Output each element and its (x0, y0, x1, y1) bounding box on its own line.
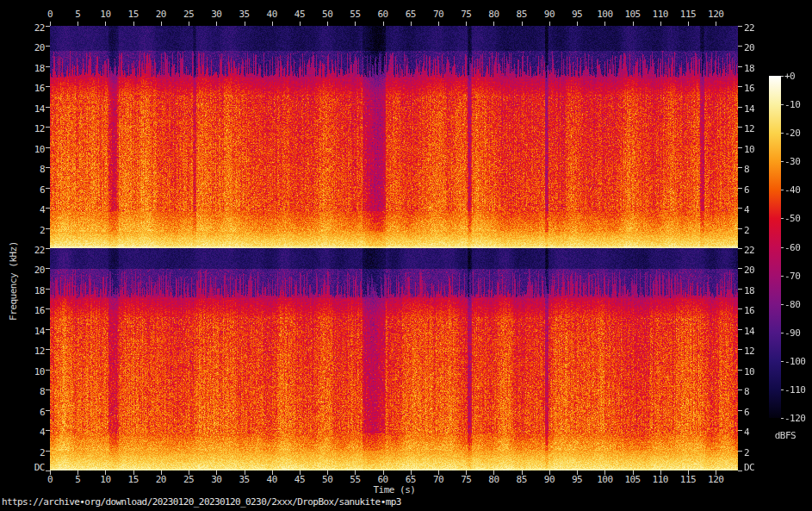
freq-tick-right (738, 268, 742, 269)
freq-tick-right (738, 410, 742, 411)
time-tick-label-bottom: 10 (100, 475, 110, 485)
time-tick-top (272, 22, 273, 26)
freq-tick-left (46, 66, 50, 67)
time-tick-top (50, 22, 51, 26)
freq-dc-label-left: DC (2, 463, 45, 473)
time-tick-label-top: 80 (488, 9, 499, 20)
colorbar-tick (781, 190, 784, 190)
colorbar-tick-label: -120 (784, 414, 812, 424)
source-url-text: https://archive•org/download/20230120_20… (2, 496, 401, 508)
colorbar-tick-label: -60 (784, 243, 812, 253)
freq-tick-left (46, 208, 50, 209)
colorbar-tick (781, 333, 784, 333)
freq-tick-left (46, 451, 50, 452)
colorbar-tick (781, 104, 784, 105)
time-tick-label-top: 100 (597, 9, 612, 20)
freq-tick-left (46, 46, 50, 47)
freq-tick-right (738, 208, 742, 209)
time-tick-top (688, 22, 689, 26)
colorbar-tick (781, 304, 784, 305)
freq-tick-right (738, 451, 742, 452)
freq-tick-right (738, 167, 742, 168)
time-tick-label-top: 65 (406, 9, 416, 20)
time-tick-label-bottom: 110 (653, 475, 668, 485)
colorbar-tick (781, 133, 784, 134)
time-tick-label-bottom: 105 (624, 475, 640, 485)
colorbar-tick (781, 389, 784, 390)
freq-tick-left (46, 289, 50, 290)
colorbar-tick-label: +0 (784, 72, 812, 82)
time-tick-top (438, 22, 439, 26)
time-tick-top (466, 22, 467, 26)
freq-tick-label-right: 18 (744, 64, 773, 74)
freq-tick-right (738, 289, 742, 290)
time-tick-label-bottom: 15 (128, 475, 139, 485)
freq-tick-left (46, 248, 50, 249)
freq-dc-tick-right (738, 470, 742, 471)
freq-tick-label-left: 16 (2, 84, 45, 94)
time-tick-label-bottom: 40 (267, 475, 277, 485)
freq-dc-tick-left (46, 470, 50, 471)
freq-tick-right (738, 430, 742, 431)
freq-tick-left (46, 107, 50, 108)
time-tick-top (411, 22, 412, 26)
freq-tick-right (738, 188, 742, 189)
time-tick-top (716, 22, 716, 26)
time-tick-label-top: 10 (100, 9, 110, 20)
time-tick-label-top: 120 (708, 9, 723, 20)
time-tick-label-top: 45 (294, 9, 305, 20)
colorbar-tick-label: -80 (784, 300, 812, 310)
colorbar-tick-label: -30 (784, 157, 812, 167)
colorbar-tick (781, 161, 784, 162)
freq-tick-right (738, 127, 742, 128)
time-tick-label-bottom: 80 (488, 475, 499, 485)
time-tick-top (577, 22, 578, 26)
time-tick-label-bottom: 0 (47, 475, 53, 485)
colorbar-tick-label: -70 (784, 271, 812, 282)
freq-tick-label-left: 14 (2, 104, 45, 115)
time-tick-label-top: 115 (680, 9, 696, 20)
freq-tick-label-right: 22 (744, 23, 773, 34)
time-axis-label: Time (s) (343, 484, 446, 495)
colorbar-unit-label: dBFS (766, 430, 805, 441)
freq-tick-right (738, 308, 742, 309)
freq-tick-label-left: 2 (2, 448, 45, 458)
freq-tick-left (46, 167, 50, 168)
time-tick-label-top: 60 (377, 9, 387, 20)
time-tick-top (549, 22, 550, 26)
freq-tick-right (738, 228, 742, 229)
freq-tick-label-left: 6 (2, 408, 45, 418)
time-tick-label-top: 5 (75, 9, 80, 20)
time-tick-label-top: 15 (128, 9, 139, 20)
time-tick-top (327, 22, 328, 26)
time-tick-top (633, 22, 634, 26)
time-tick-label-bottom: 100 (597, 475, 612, 485)
time-tick-label-bottom: 20 (156, 475, 166, 485)
colorbar-tick-label: -10 (784, 100, 812, 110)
freq-tick-right (738, 46, 742, 47)
time-tick-top (604, 22, 605, 26)
time-tick-label-bottom: 35 (239, 475, 249, 485)
freq-tick-left (46, 308, 50, 309)
freq-tick-right (738, 66, 742, 67)
freq-tick-right (738, 248, 742, 249)
freq-tick-left (46, 26, 50, 27)
freq-tick-label-left: 22 (2, 23, 45, 34)
freq-tick-left (46, 127, 50, 128)
time-tick-label-top: 35 (239, 9, 249, 20)
freq-tick-right (738, 147, 742, 148)
time-tick-label-bottom: 115 (680, 475, 696, 485)
freq-tick-right (738, 329, 742, 330)
colorbar-tick (781, 247, 784, 248)
time-tick-top (522, 22, 523, 26)
colorbar-tick-label: -40 (784, 185, 812, 196)
freq-tick-right (738, 86, 742, 87)
time-tick-top (77, 22, 78, 26)
spectrogram-canvas (50, 26, 738, 470)
time-tick-top (216, 22, 217, 26)
time-tick-label-top: 70 (433, 9, 443, 20)
colorbar-tick-label: -110 (784, 385, 812, 396)
colorbar-tick-label: -20 (784, 128, 812, 139)
freq-tick-label-left: 4 (2, 427, 45, 438)
freq-tick-right (738, 107, 742, 108)
